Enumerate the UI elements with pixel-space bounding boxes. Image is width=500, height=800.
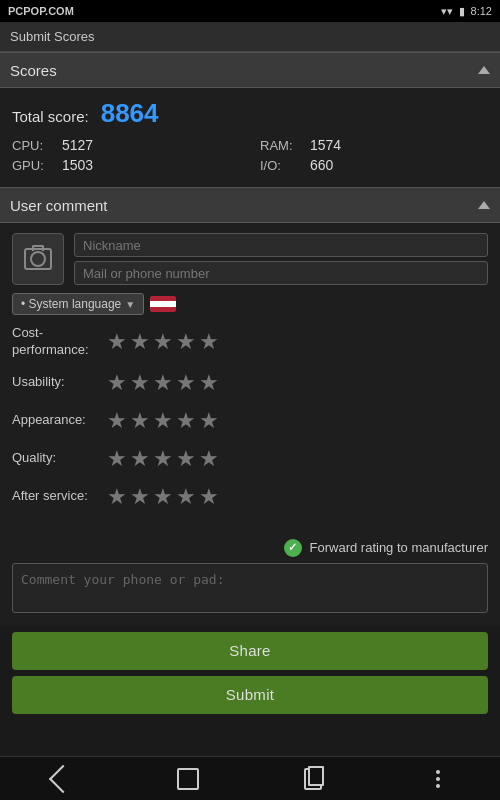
after-service-label: After service:	[12, 488, 107, 505]
star-4[interactable]: ★	[176, 410, 196, 432]
main-content: Scores Total score: 8864 CPU: 5127 RAM: …	[0, 52, 500, 786]
avatar[interactable]	[12, 233, 64, 285]
total-score-label: Total score:	[12, 108, 89, 125]
io-row: I/O: 660	[260, 157, 488, 173]
gpu-label: GPU:	[12, 158, 52, 173]
home-icon	[177, 768, 199, 790]
rating-row-after-service: After service: ★ ★ ★ ★ ★	[12, 483, 488, 511]
flag-icon	[150, 296, 176, 312]
wifi-icon: ▾▾	[441, 5, 453, 18]
scores-body: Total score: 8864 CPU: 5127 RAM: 1574 GP…	[0, 88, 500, 187]
star-1[interactable]: ★	[107, 486, 127, 508]
star-1[interactable]: ★	[107, 331, 127, 353]
star-5[interactable]: ★	[199, 331, 219, 353]
recent-button[interactable]	[291, 757, 335, 801]
star-4[interactable]: ★	[176, 448, 196, 470]
dropdown-arrow-icon: ▼	[125, 299, 135, 310]
rating-row-quality: Quality: ★ ★ ★ ★ ★	[12, 445, 488, 473]
quality-label: Quality:	[12, 450, 107, 467]
camera-icon	[24, 248, 52, 270]
more-button[interactable]	[416, 757, 460, 801]
battery-icon: ▮	[459, 5, 465, 18]
star-2[interactable]: ★	[130, 331, 150, 353]
appearance-stars[interactable]: ★ ★ ★ ★ ★	[107, 410, 219, 432]
language-label: • System language	[21, 297, 121, 311]
user-comment-body: • System language ▼ Cost-performance: ★ …	[0, 223, 500, 533]
star-3[interactable]: ★	[153, 331, 173, 353]
gpu-value: 1503	[62, 157, 93, 173]
star-3[interactable]: ★	[153, 410, 173, 432]
cpu-label: CPU:	[12, 138, 52, 153]
more-icon	[436, 770, 440, 788]
star-3[interactable]: ★	[153, 486, 173, 508]
cpu-value: 5127	[62, 137, 93, 153]
ram-row: RAM: 1574	[260, 137, 488, 153]
scores-heading: Scores	[10, 62, 57, 79]
cost-performance-label: Cost-performance:	[12, 325, 107, 359]
usability-stars[interactable]: ★ ★ ★ ★ ★	[107, 372, 219, 394]
io-label: I/O:	[260, 158, 300, 173]
star-2[interactable]: ★	[130, 372, 150, 394]
star-1[interactable]: ★	[107, 448, 127, 470]
score-grid: CPU: 5127 RAM: 1574 GPU: 1503 I/O: 660	[12, 137, 488, 173]
star-4[interactable]: ★	[176, 372, 196, 394]
rating-row-cost-performance: Cost-performance: ★ ★ ★ ★ ★	[12, 325, 488, 359]
star-1[interactable]: ★	[107, 410, 127, 432]
user-comment-heading: User comment	[10, 197, 108, 214]
star-3[interactable]: ★	[153, 448, 173, 470]
phone-input[interactable]	[74, 261, 488, 285]
forward-rating-label: Forward rating to manufacturer	[310, 540, 488, 555]
forward-check-icon[interactable]: ✓	[284, 539, 302, 557]
status-bar: PCPOP.COM ▾▾ ▮ 8:12	[0, 0, 500, 22]
user-profile-row	[12, 233, 488, 285]
star-4[interactable]: ★	[176, 331, 196, 353]
star-5[interactable]: ★	[199, 410, 219, 432]
checkmark-icon: ✓	[288, 541, 297, 554]
star-5[interactable]: ★	[199, 486, 219, 508]
submit-button[interactable]: Submit	[12, 676, 488, 714]
star-2[interactable]: ★	[130, 448, 150, 470]
star-1[interactable]: ★	[107, 372, 127, 394]
cpu-row: CPU: 5127	[12, 137, 240, 153]
star-2[interactable]: ★	[130, 410, 150, 432]
after-service-stars[interactable]: ★ ★ ★ ★ ★	[107, 486, 219, 508]
cost-performance-stars[interactable]: ★ ★ ★ ★ ★	[107, 331, 219, 353]
share-button[interactable]: Share	[12, 632, 488, 670]
profile-inputs	[74, 233, 488, 285]
comment-textarea[interactable]	[12, 563, 488, 613]
rating-row-appearance: Appearance: ★ ★ ★ ★ ★	[12, 407, 488, 435]
ram-label: RAM:	[260, 138, 300, 153]
recent-icon	[304, 768, 322, 790]
scores-section-header[interactable]: Scores	[0, 52, 500, 88]
time-label: 8:12	[471, 5, 492, 17]
quality-stars[interactable]: ★ ★ ★ ★ ★	[107, 448, 219, 470]
star-3[interactable]: ★	[153, 372, 173, 394]
nav-bar	[0, 756, 500, 800]
star-5[interactable]: ★	[199, 448, 219, 470]
buttons-section: Share Submit	[0, 626, 500, 720]
user-comment-collapse-icon[interactable]	[478, 201, 490, 209]
gpu-row: GPU: 1503	[12, 157, 240, 173]
back-icon	[48, 764, 76, 792]
comment-section	[0, 563, 500, 626]
usability-label: Usability:	[12, 374, 107, 391]
ram-value: 1574	[310, 137, 341, 153]
page-title: Submit Scores	[10, 29, 95, 44]
language-button[interactable]: • System language ▼	[12, 293, 144, 315]
language-row: • System language ▼	[12, 293, 488, 315]
back-button[interactable]	[41, 757, 85, 801]
io-value: 660	[310, 157, 333, 173]
star-5[interactable]: ★	[199, 372, 219, 394]
scores-collapse-icon[interactable]	[478, 66, 490, 74]
nickname-input[interactable]	[74, 233, 488, 257]
brand-label: PCPOP.COM	[8, 5, 74, 17]
forward-rating-row[interactable]: ✓ Forward rating to manufacturer	[0, 533, 500, 563]
star-2[interactable]: ★	[130, 486, 150, 508]
title-bar: Submit Scores	[0, 22, 500, 52]
home-button[interactable]	[166, 757, 210, 801]
star-4[interactable]: ★	[176, 486, 196, 508]
rating-row-usability: Usability: ★ ★ ★ ★ ★	[12, 369, 488, 397]
total-score-value: 8864	[101, 98, 159, 129]
user-comment-section-header[interactable]: User comment	[0, 187, 500, 223]
appearance-label: Appearance:	[12, 412, 107, 429]
